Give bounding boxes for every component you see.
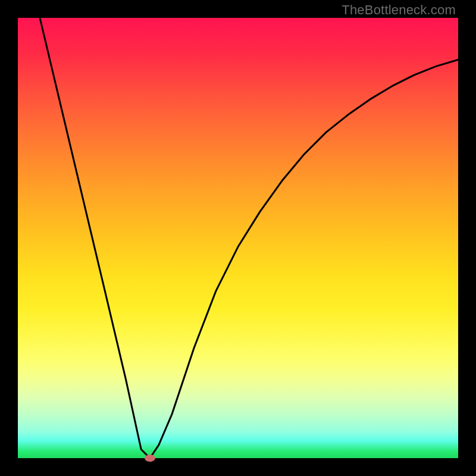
watermark-text: TheBottleneck.com — [342, 2, 456, 18]
bottleneck-curve — [40, 18, 458, 458]
minimum-marker — [145, 455, 155, 462]
chart-overlay — [18, 18, 458, 458]
chart-frame: TheBottleneck.com — [0, 0, 476, 476]
